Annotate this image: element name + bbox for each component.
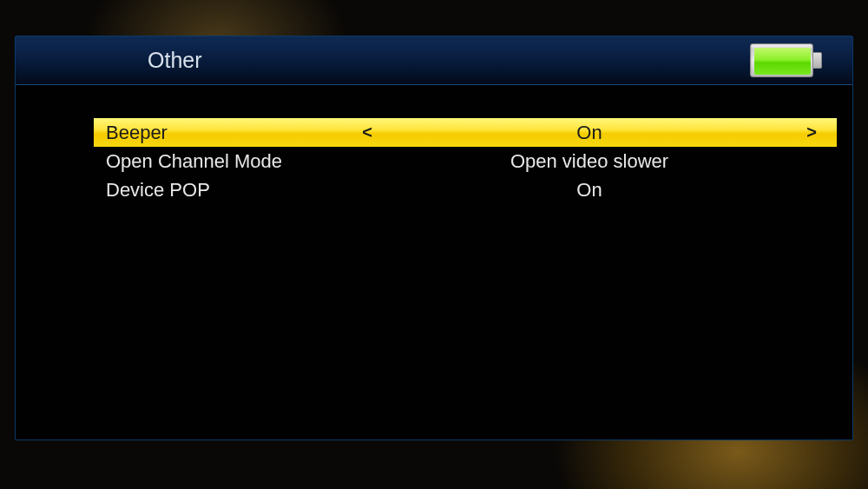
setting-label: Device POP [106, 179, 358, 202]
chevron-right-icon[interactable]: > [802, 122, 821, 142]
setting-value: On [377, 179, 802, 202]
setting-value: On [377, 122, 802, 144]
setting-row-1[interactable]: Open Channel Mode < Open video slower > [94, 147, 837, 175]
setting-value: Open video slower [377, 150, 802, 173]
setting-row-2[interactable]: Device POP < On > [94, 175, 837, 204]
chevron-left-icon[interactable]: < [358, 122, 377, 142]
settings-panel: Other Beeper < On > Open Channel Mode < … [15, 36, 853, 440]
settings-list: Beeper < On > Open Channel Mode < Open v… [16, 85, 852, 439]
title-bar: Other [16, 36, 852, 85]
setting-label: Beeper [106, 122, 358, 144]
battery-icon [750, 43, 822, 77]
setting-row-0[interactable]: Beeper < On > [94, 118, 837, 147]
setting-label: Open Channel Mode [106, 150, 358, 173]
page-title: Other [148, 48, 202, 73]
